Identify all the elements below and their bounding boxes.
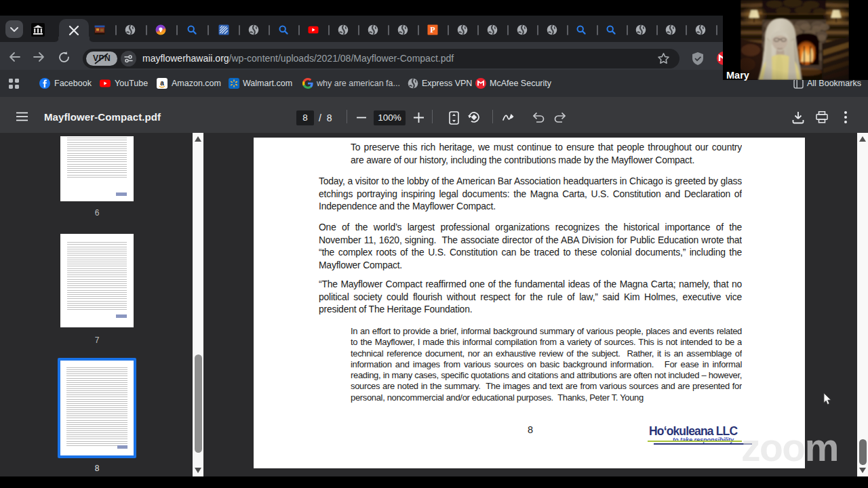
svg-text:P: P (430, 25, 435, 35)
svg-text:a: a (160, 79, 164, 87)
